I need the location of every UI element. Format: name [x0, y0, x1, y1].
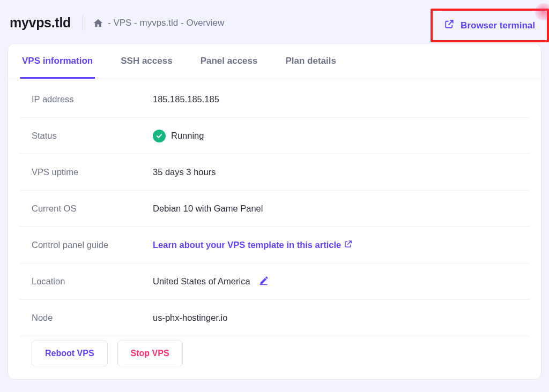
vps-card: VPS information SSH access Panel access …	[8, 43, 541, 380]
breadcrumb[interactable]: - VPS - myvps.tld - Overview	[93, 18, 224, 28]
guide-link-text: Learn about your VPS template in this ar…	[153, 240, 341, 250]
row-ip: IP address 185.185.185.185	[20, 81, 529, 118]
header-divider	[83, 16, 83, 31]
tabs: VPS information SSH access Panel access …	[8, 44, 541, 79]
label-node: Node	[20, 313, 153, 323]
page-title: myvps.tld	[10, 15, 71, 31]
home-icon[interactable]	[93, 18, 103, 28]
value-uptime: 35 days 3 hours	[153, 167, 216, 177]
tab-panel-access[interactable]: Panel access	[198, 44, 260, 79]
tab-ssh-access[interactable]: SSH access	[118, 44, 174, 79]
row-location: Location United States of America	[20, 263, 529, 300]
row-status: Status Running	[20, 118, 529, 154]
label-guide: Control panel guide	[20, 240, 153, 250]
label-status: Status	[20, 131, 153, 141]
breadcrumb-text: - VPS - myvps.tld - Overview	[108, 18, 224, 28]
edit-location-icon[interactable]	[259, 275, 269, 288]
row-os: Current OS Debian 10 with Game Panel	[20, 191, 529, 227]
browser-terminal-highlight: Browser terminal	[431, 9, 549, 42]
value-node: us-phx-hostinger.io	[153, 313, 227, 323]
external-link-icon	[444, 19, 454, 32]
status-running-icon	[153, 130, 166, 142]
external-link-icon	[344, 240, 352, 250]
label-os: Current OS	[20, 203, 153, 214]
row-node: Node us-phx-hostinger.io	[20, 300, 529, 336]
row-guide: Control panel guide Learn about your VPS…	[20, 227, 529, 263]
value-ip: 185.185.185.185	[153, 94, 219, 104]
tab-vps-information[interactable]: VPS information	[20, 44, 95, 79]
action-buttons: Reboot VPS Stop VPS	[20, 336, 529, 366]
tab-plan-details[interactable]: Plan details	[283, 44, 338, 79]
row-uptime: VPS uptime 35 days 3 hours	[20, 154, 529, 191]
highlight-dot	[535, 3, 549, 20]
control-panel-guide-link[interactable]: Learn about your VPS template in this ar…	[153, 240, 352, 250]
svg-rect-0	[259, 284, 267, 285]
browser-terminal-button[interactable]: Browser terminal	[433, 11, 547, 40]
stop-vps-button[interactable]: Stop VPS	[117, 341, 183, 366]
label-uptime: VPS uptime	[20, 167, 153, 177]
value-location: United States of America	[153, 276, 250, 287]
value-os: Debian 10 with Game Panel	[153, 203, 263, 214]
reboot-vps-button[interactable]: Reboot VPS	[32, 341, 108, 366]
label-ip: IP address	[20, 94, 153, 104]
browser-terminal-label: Browser terminal	[461, 20, 535, 31]
label-location: Location	[20, 276, 153, 287]
value-status: Running	[171, 131, 204, 141]
